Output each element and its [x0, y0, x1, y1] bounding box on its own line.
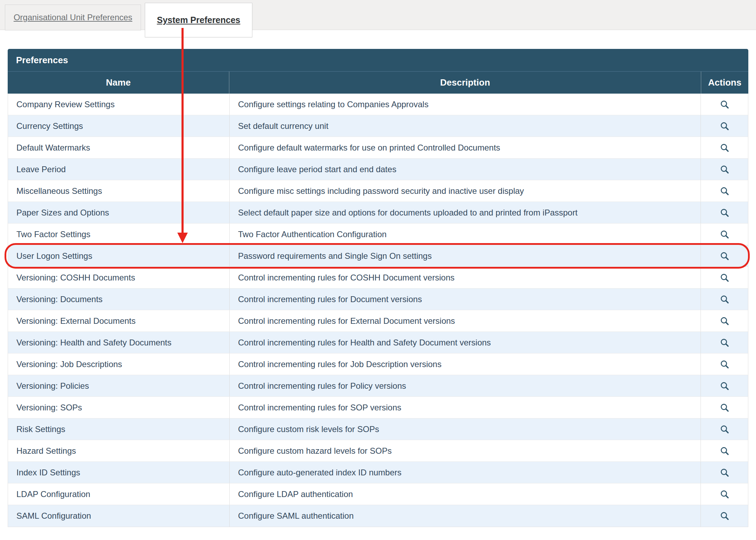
magnifier-icon: [720, 251, 729, 261]
table-row: Versioning: Health and Safety Documents …: [8, 332, 748, 353]
column-header-description: Description: [229, 72, 701, 94]
table-row: Versioning: External Documents Control i…: [8, 310, 748, 332]
view-action-button[interactable]: [718, 141, 731, 154]
table-row: Two Factor Settings Two Factor Authentic…: [8, 224, 748, 245]
row-name: Leave Period: [8, 159, 229, 180]
row-name: Two Factor Settings: [8, 224, 229, 245]
magnifier-icon: [720, 511, 729, 521]
magnifier-icon: [720, 229, 729, 239]
magnifier-icon: [720, 143, 729, 153]
row-actions: [701, 289, 748, 310]
row-name: Versioning: Job Descriptions: [8, 353, 229, 375]
view-action-button[interactable]: [718, 98, 731, 111]
row-description: Configure LDAP authentication: [229, 483, 701, 505]
row-description: Configure custom hazard levels for SOPs: [229, 440, 701, 461]
row-description: Control incrementing rules for SOP versi…: [229, 397, 701, 418]
row-name: Index ID Settings: [8, 462, 229, 483]
row-name: Hazard Settings: [8, 440, 229, 461]
tab-bar: Organisational Unit Preferences System P…: [0, 0, 756, 30]
table-body: Company Review Settings Configure settin…: [8, 94, 748, 527]
view-action-button[interactable]: [718, 423, 731, 436]
view-action-button[interactable]: [718, 250, 731, 262]
table-row: Leave Period Configure leave period star…: [8, 159, 748, 180]
row-actions: [701, 202, 748, 223]
magnifier-icon: [720, 424, 729, 434]
row-actions: [701, 505, 748, 527]
row-name: Versioning: Documents: [8, 289, 229, 310]
table-row: Index ID Settings Configure auto-generat…: [8, 462, 748, 483]
row-actions: [701, 353, 748, 375]
table-row: Company Review Settings Configure settin…: [8, 94, 748, 115]
row-description: Configure misc settings including passwo…: [229, 180, 701, 202]
row-description: Control incrementing rules for Job Descr…: [229, 353, 701, 375]
tab-organisational-unit-preferences[interactable]: Organisational Unit Preferences: [5, 5, 141, 30]
row-name: Versioning: COSHH Documents: [8, 267, 229, 288]
table-row: SAML Configuration Configure SAML authen…: [8, 505, 748, 527]
magnifier-icon: [720, 359, 729, 369]
row-description: Configure settings relating to Companies…: [229, 94, 701, 115]
table-row: Miscellaneous Settings Configure misc se…: [8, 180, 748, 202]
row-actions: [701, 115, 748, 137]
table-row: Default Watermarks Configure default wat…: [8, 137, 748, 159]
view-action-button[interactable]: [718, 163, 731, 176]
table-row: Versioning: Job Descriptions Control inc…: [8, 353, 748, 375]
magnifier-icon: [720, 186, 729, 196]
row-description: Configure SAML authentication: [229, 505, 701, 527]
magnifier-icon: [720, 446, 729, 456]
view-action-button[interactable]: [718, 358, 731, 371]
preferences-table: Preferences Name Description Actions Com…: [8, 49, 748, 527]
table-header-row: Name Description Actions: [8, 71, 748, 94]
view-action-button[interactable]: [718, 401, 731, 414]
row-name: Risk Settings: [8, 418, 229, 440]
row-name: Versioning: Health and Safety Documents: [8, 332, 229, 353]
row-actions: [701, 159, 748, 180]
row-description: Control incrementing rules for Document …: [229, 289, 701, 310]
magnifier-icon: [720, 403, 729, 413]
view-action-button[interactable]: [718, 185, 731, 197]
view-action-button[interactable]: [718, 380, 731, 392]
magnifier-icon: [720, 338, 729, 348]
row-actions: [701, 137, 748, 158]
tab-system-preferences[interactable]: System Preferences: [145, 3, 252, 37]
view-action-button[interactable]: [718, 206, 731, 219]
row-description: Two Factor Authentication Configuration: [229, 224, 701, 245]
row-name: Paper Sizes and Options: [8, 202, 229, 223]
row-description: Password requirements and Single Sign On…: [229, 245, 701, 267]
view-action-button[interactable]: [718, 488, 731, 501]
magnifier-icon: [720, 294, 729, 304]
row-actions: [701, 397, 748, 418]
view-action-button[interactable]: [718, 466, 731, 479]
row-name: Miscellaneous Settings: [8, 180, 229, 202]
view-action-button[interactable]: [718, 271, 731, 284]
tab-label: Organisational Unit Preferences: [14, 13, 132, 22]
table-row: Versioning: COSHH Documents Control incr…: [8, 267, 748, 289]
row-description: Configure auto-generated index ID number…: [229, 462, 701, 483]
row-name: Versioning: Policies: [8, 375, 229, 396]
magnifier-icon: [720, 468, 729, 477]
row-name: Versioning: External Documents: [8, 310, 229, 331]
view-action-button[interactable]: [718, 120, 731, 132]
row-actions: [701, 180, 748, 202]
row-name: SAML Configuration: [8, 505, 229, 527]
view-action-button[interactable]: [718, 293, 731, 306]
row-actions: [701, 310, 748, 331]
row-name: User Logon Settings: [8, 245, 229, 267]
row-description: Configure leave period start and end dat…: [229, 159, 701, 180]
view-action-button[interactable]: [718, 315, 731, 327]
row-actions: [701, 332, 748, 353]
row-name: Currency Settings: [8, 115, 229, 137]
magnifier-icon: [720, 273, 729, 283]
magnifier-icon: [720, 165, 729, 174]
row-actions: [701, 440, 748, 461]
view-action-button[interactable]: [718, 445, 731, 457]
view-action-button[interactable]: [718, 510, 731, 522]
row-actions: [701, 267, 748, 288]
row-name: Company Review Settings: [8, 94, 229, 115]
magnifier-icon: [720, 208, 729, 218]
view-action-button[interactable]: [718, 336, 731, 349]
view-action-button[interactable]: [718, 228, 731, 241]
page: Organisational Unit Preferences System P…: [0, 0, 756, 30]
tab-label: System Preferences: [157, 15, 240, 25]
table-row: Paper Sizes and Options Select default p…: [8, 202, 748, 224]
table-row: User Logon Settings Password requirement…: [8, 245, 748, 267]
